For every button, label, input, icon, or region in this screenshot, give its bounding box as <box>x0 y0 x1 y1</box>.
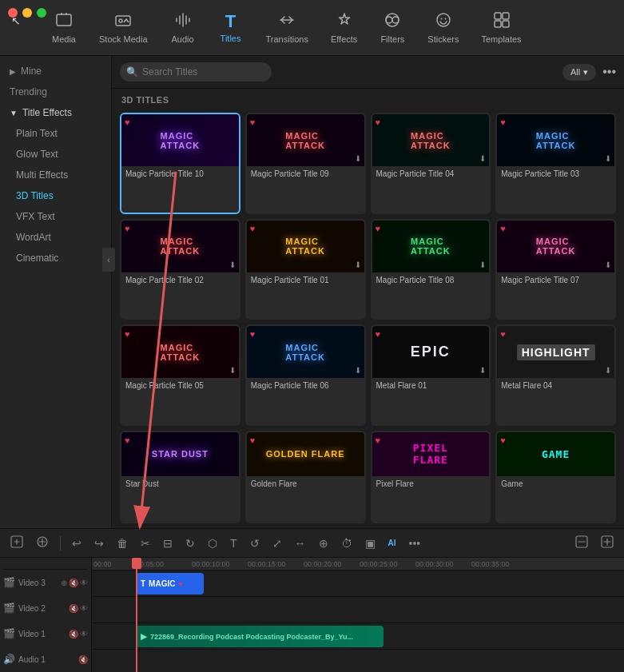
track-name-video1: Video 1 <box>18 630 46 638</box>
ruler-mark-5: 00:00:25:00 <box>360 560 398 568</box>
playhead-head[interactable] <box>132 558 141 569</box>
undo-button[interactable]: ↩ <box>68 535 85 552</box>
track-row-video3: T MAGIC ♥ <box>92 571 624 597</box>
title-card-stardust[interactable]: ♥ Star Dust Star Dust <box>120 431 240 524</box>
stock-label: Stock Media <box>99 34 148 44</box>
search-wrapper: 🔍 <box>120 62 556 82</box>
text-button[interactable]: T <box>226 535 241 552</box>
timer-button[interactable]: ⏱ <box>337 535 356 552</box>
title-card-goldflare[interactable]: ♥ Golden Flare Golden Flare <box>245 431 366 524</box>
title-card-magic03[interactable]: ♥ MAGICATTACK ⬇ Magic Particle Title 03 <box>495 113 616 214</box>
more-icon: ••• <box>602 65 616 78</box>
title-card-magic04[interactable]: ♥ MAGICATTACK ⬇ Magic Particle Title 04 <box>371 113 491 214</box>
sidebar-item-mine[interactable]: ▶ Mine <box>0 61 111 82</box>
sidebar-item-wordart[interactable]: WordArt <box>0 227 111 248</box>
keyframe-button[interactable]: ▣ <box>361 535 380 552</box>
video2-controls: 🔇 👁 <box>69 604 88 613</box>
plain-text-label: Plain Text <box>16 128 58 139</box>
video3-add[interactable]: ⊕ <box>61 579 67 587</box>
cut-button[interactable]: ✂ <box>137 535 154 552</box>
toolbar-audio[interactable]: Audio <box>159 6 207 49</box>
more-options-button[interactable]: ••• <box>602 65 616 79</box>
timeline-content: 🎬 Video 3 ⊕ 🔇 👁 🎬 Video 2 🔇 👁 🎬 <box>0 558 624 672</box>
video1-icon: 🎬 <box>3 628 15 639</box>
speed-button[interactable]: ↔ <box>291 535 310 552</box>
toolbar-titles[interactable]: T Titles <box>207 8 255 48</box>
sidebar-item-3d-titles[interactable]: 3D Titles <box>0 185 111 206</box>
more-tl-button[interactable]: ••• <box>405 535 425 552</box>
scale-button[interactable]: ⤢ <box>268 535 286 552</box>
sidebar-item-vfx-text[interactable]: VFX Text <box>0 206 111 227</box>
loop-button[interactable]: ↺ <box>246 535 264 552</box>
title-card-magic01[interactable]: ♥ MAGICATTACK ⬇ Magic Particle Title 01 <box>245 219 366 320</box>
media-label: Media <box>52 34 76 44</box>
playhead <box>136 558 137 672</box>
title-card-magic09[interactable]: ♥ MAGICATTACK ⬇ Magic Particle Title 09 <box>245 113 366 214</box>
filters-icon <box>384 11 401 31</box>
video3-mute[interactable]: 🔇 <box>69 579 78 587</box>
delete-button[interactable]: 🗑 <box>113 535 132 552</box>
toolbar-effects[interactable]: Effects <box>320 6 368 49</box>
title-card-magic02[interactable]: ♥ MAGICATTACK ⬇ Magic Particle Title 02 <box>120 219 240 320</box>
filter-button[interactable]: All ▾ <box>562 64 596 81</box>
zoom-in-button[interactable] <box>597 533 618 553</box>
sidebar-item-multi-effects[interactable]: Multi Effects <box>0 165 111 185</box>
title-card-magic07[interactable]: ♥ MAGICATTACK ⬇ Magic Particle Title 07 <box>495 219 616 320</box>
rotate-button[interactable]: ↻ <box>181 535 199 552</box>
search-input[interactable] <box>120 62 272 82</box>
toolbar-templates[interactable]: Templates <box>470 6 532 49</box>
zoom-out-button[interactable] <box>571 533 592 553</box>
svg-rect-11 <box>495 13 501 19</box>
title-card-metal01[interactable]: ♥ EPIC ⬇ Metal Flare 01 <box>371 324 491 426</box>
title-card-pixelflare[interactable]: ♥ PixelFlare Pixel Flare <box>371 431 491 524</box>
svg-rect-14 <box>503 21 509 27</box>
title-card-metal04[interactable]: ♥ Highlight ⬇ Metal Flare 04 <box>495 324 616 426</box>
sidebar-item-plain-text[interactable]: Plain Text <box>0 123 111 144</box>
title-card-magic08[interactable]: ♥ MAGICATTACK ⬇ Magic Particle Title 08 <box>371 219 491 320</box>
toolbar-media[interactable]: Media <box>40 6 88 49</box>
cinematic-label: Cinematic <box>16 252 58 264</box>
toolbar-stock-media[interactable]: Stock Media <box>88 6 159 49</box>
title-card-game[interactable]: ♥ GAME Game <box>495 431 616 524</box>
sidebar-item-title-effects[interactable]: ▼ Title Effects <box>0 102 111 123</box>
audio-button[interactable]: ⊕ <box>315 535 332 552</box>
video1-mute[interactable]: 🔇 <box>69 630 78 638</box>
video1-visible[interactable]: 👁 <box>80 630 88 638</box>
window-traffic-lights[interactable] <box>8 8 46 18</box>
close-button[interactable] <box>8 8 18 18</box>
title-card-magic05[interactable]: ♥ MAGICATTACK ⬇ Magic Particle Title 05 <box>120 324 240 426</box>
split-button[interactable] <box>32 533 53 553</box>
stickers-icon <box>435 11 452 31</box>
sidebar-item-trending[interactable]: Trending <box>0 82 111 102</box>
add-media-button[interactable] <box>6 533 27 553</box>
clip-magic[interactable]: T MAGIC ♥ <box>136 573 204 594</box>
video3-visible[interactable]: 👁 <box>80 579 88 587</box>
toolbar-transitions[interactable]: Transitions <box>255 6 320 49</box>
svg-point-9 <box>440 18 442 20</box>
toolbar-stickers[interactable]: Stickers <box>416 6 470 49</box>
track-label-video3: 🎬 Video 3 ⊕ 🔇 👁 <box>3 570 88 595</box>
sidebar-item-cinematic[interactable]: Cinematic <box>0 248 111 268</box>
toolbar-filters[interactable]: Filters <box>368 6 416 49</box>
redo-button[interactable]: ↪ <box>90 535 108 552</box>
filters-label: Filters <box>380 34 404 44</box>
download-icon: ⬇ <box>355 154 361 163</box>
crop-button[interactable]: ⬡ <box>204 535 221 552</box>
thumb-text: MAGICATTACK <box>536 237 576 256</box>
title-card-magic06[interactable]: ♥ MAGICATTACK ⬇ Magic Particle Title 06 <box>245 324 366 426</box>
ai-button[interactable]: AI <box>384 536 400 550</box>
title-card-magic10[interactable]: ♥ MAGICATTACK Magic Particle Title 10 <box>120 113 240 214</box>
thumb-text: GAME <box>542 448 570 460</box>
maximize-button[interactable] <box>37 8 46 18</box>
video2-visible[interactable]: 👁 <box>80 604 88 613</box>
track-name-audio1: Audio 1 <box>18 655 46 664</box>
trim-button[interactable]: ⊟ <box>159 535 177 552</box>
stickers-label: Stickers <box>427 34 459 44</box>
video2-mute[interactable]: 🔇 <box>69 604 78 613</box>
sidebar-collapse-button[interactable]: ‹ <box>102 248 115 272</box>
clip-video[interactable]: ▶ 722869_Recording Podcast Podcasting Po… <box>136 626 384 647</box>
sidebar-item-glow-text[interactable]: Glow Text <box>0 144 111 165</box>
minimize-button[interactable] <box>22 8 32 18</box>
audio1-mute[interactable]: 🔇 <box>78 655 88 664</box>
heart-icon: ♥ <box>376 329 381 339</box>
